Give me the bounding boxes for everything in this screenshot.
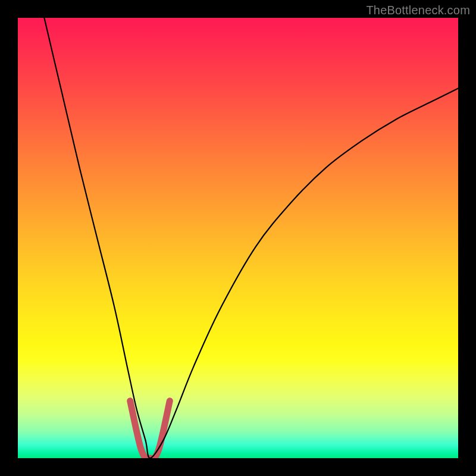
bottleneck-curve-path bbox=[44, 18, 458, 458]
watermark-text: TheBottleneck.com bbox=[366, 4, 470, 17]
chart-frame: TheBottleneck.com bbox=[0, 0, 476, 476]
curve-layer bbox=[18, 18, 458, 458]
plot-area bbox=[18, 18, 458, 458]
